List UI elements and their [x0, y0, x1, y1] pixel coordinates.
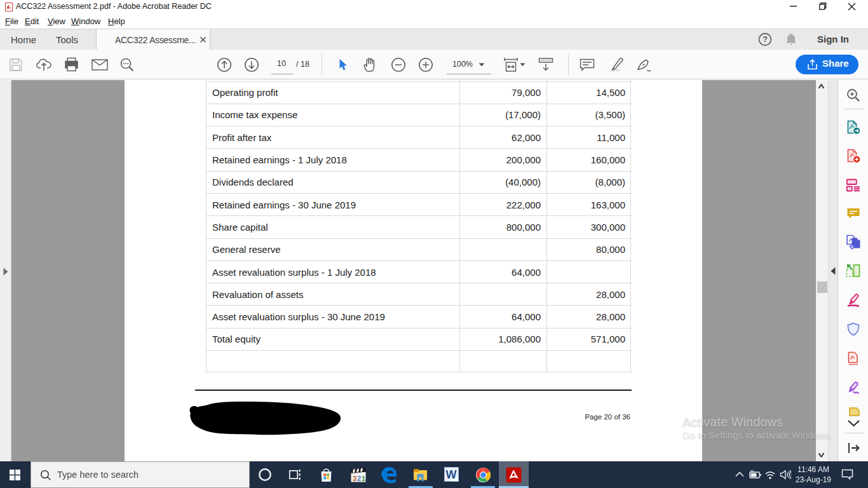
- svg-text:1: 1: [362, 475, 365, 482]
- svg-text:2: 2: [357, 475, 361, 482]
- svg-text:3: 3: [353, 475, 356, 482]
- svg-text:?: ?: [763, 35, 768, 44]
- svg-text:W: W: [446, 468, 457, 481]
